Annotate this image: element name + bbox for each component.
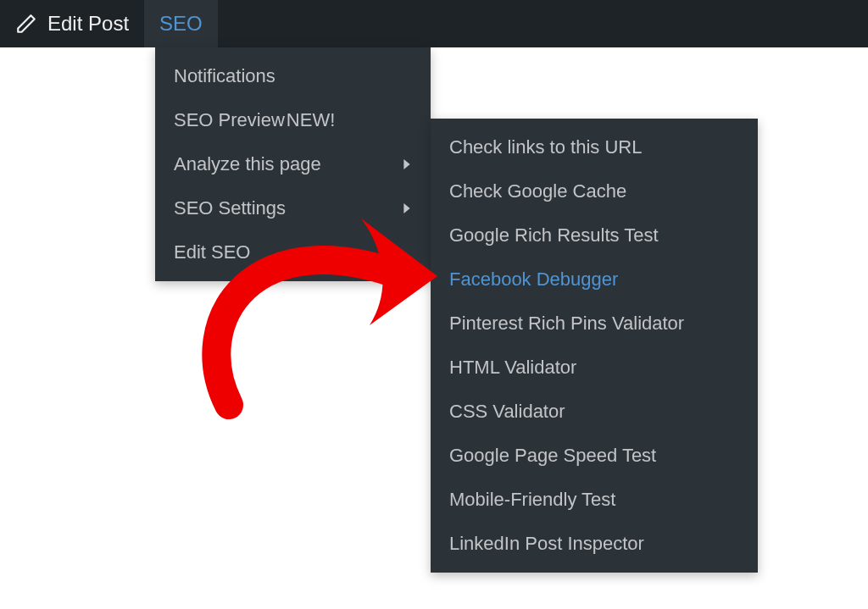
- submenu-item-label: Google Page Speed Test: [449, 445, 656, 467]
- seo-dropdown: Notifications SEO Preview NEW! Analyze t…: [155, 47, 431, 281]
- submenu-item-label: Google Rich Results Test: [449, 224, 659, 246]
- submenu-item-css-validator[interactable]: CSS Validator: [431, 390, 758, 434]
- pencil-icon: [15, 13, 37, 35]
- chevron-right-icon: [402, 203, 412, 213]
- edit-post-button[interactable]: Edit Post: [0, 0, 144, 47]
- submenu-item-label: Mobile-Friendly Test: [449, 489, 615, 511]
- submenu-item-label: Pinterest Rich Pins Validator: [449, 313, 684, 335]
- edit-post-label: Edit Post: [47, 12, 129, 36]
- menu-item-label: Analyze this page: [174, 153, 321, 175]
- menu-item-label: SEO Preview: [174, 109, 285, 131]
- submenu-item-label: Facebook Debugger: [449, 269, 618, 291]
- menu-item-seo-settings[interactable]: SEO Settings: [155, 186, 431, 230]
- menu-item-edit-seo[interactable]: Edit SEO: [155, 230, 431, 274]
- seo-menu-button[interactable]: SEO: [144, 0, 218, 47]
- submenu-item-pinterest-rich-pins[interactable]: Pinterest Rich Pins Validator: [431, 302, 758, 346]
- submenu-item-check-links[interactable]: Check links to this URL: [431, 125, 758, 169]
- menu-item-notifications[interactable]: Notifications: [155, 54, 431, 98]
- submenu-item-facebook-debugger[interactable]: Facebook Debugger: [431, 257, 758, 302]
- chevron-right-icon: [402, 159, 412, 169]
- submenu-item-label: Check links to this URL: [449, 136, 642, 158]
- analyze-submenu: Check links to this URL Check Google Cac…: [431, 119, 758, 573]
- submenu-item-label: CSS Validator: [449, 401, 565, 423]
- new-badge: NEW!: [287, 109, 335, 131]
- submenu-item-mobile-friendly[interactable]: Mobile-Friendly Test: [431, 478, 758, 522]
- submenu-item-label: HTML Validator: [449, 357, 576, 379]
- submenu-item-check-google-cache[interactable]: Check Google Cache: [431, 169, 758, 213]
- menu-item-seo-preview[interactable]: SEO Preview NEW!: [155, 98, 431, 142]
- submenu-item-label: LinkedIn Post Inspector: [449, 533, 644, 555]
- menu-item-label: Edit SEO: [174, 241, 250, 263]
- submenu-item-html-validator[interactable]: HTML Validator: [431, 346, 758, 390]
- admin-topbar: Edit Post SEO: [0, 0, 868, 47]
- menu-item-label: Notifications: [174, 65, 275, 87]
- submenu-item-label: Check Google Cache: [449, 180, 626, 202]
- seo-menu-label: SEO: [159, 12, 203, 36]
- submenu-item-google-rich-results[interactable]: Google Rich Results Test: [431, 213, 758, 257]
- menu-item-label: SEO Settings: [174, 197, 286, 219]
- submenu-item-google-page-speed[interactable]: Google Page Speed Test: [431, 434, 758, 478]
- submenu-item-linkedin-post-inspector[interactable]: LinkedIn Post Inspector: [431, 522, 758, 566]
- menu-item-analyze-this-page[interactable]: Analyze this page: [155, 142, 431, 186]
